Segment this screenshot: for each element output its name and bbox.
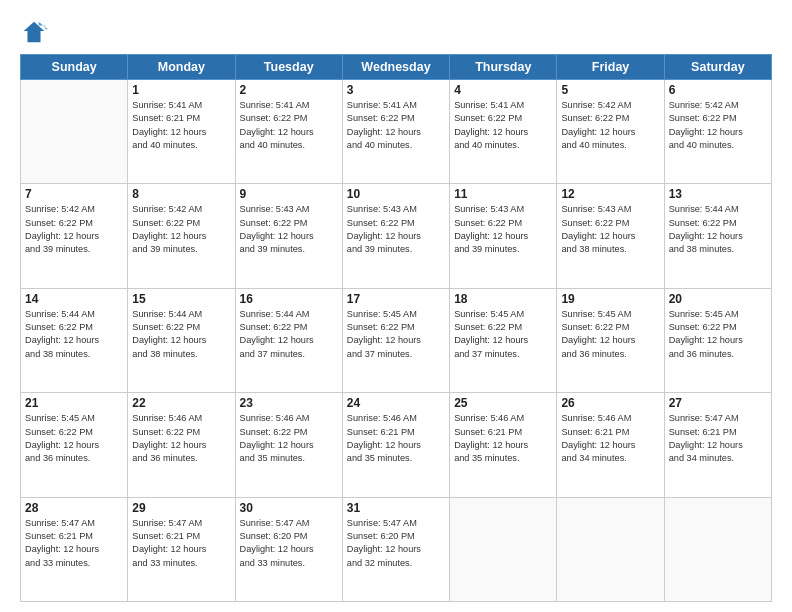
calendar-cell: 23Sunrise: 5:46 AM Sunset: 6:22 PM Dayli… — [235, 393, 342, 497]
calendar-cell: 22Sunrise: 5:46 AM Sunset: 6:22 PM Dayli… — [128, 393, 235, 497]
day-number: 20 — [669, 292, 767, 306]
day-info: Sunrise: 5:42 AM Sunset: 6:22 PM Dayligh… — [25, 203, 123, 256]
day-info: Sunrise: 5:47 AM Sunset: 6:20 PM Dayligh… — [347, 517, 445, 570]
day-info: Sunrise: 5:43 AM Sunset: 6:22 PM Dayligh… — [454, 203, 552, 256]
day-info: Sunrise: 5:44 AM Sunset: 6:22 PM Dayligh… — [25, 308, 123, 361]
day-number: 14 — [25, 292, 123, 306]
calendar-cell: 25Sunrise: 5:46 AM Sunset: 6:21 PM Dayli… — [450, 393, 557, 497]
weekday-header-thursday: Thursday — [450, 55, 557, 80]
day-info: Sunrise: 5:46 AM Sunset: 6:22 PM Dayligh… — [132, 412, 230, 465]
day-info: Sunrise: 5:46 AM Sunset: 6:21 PM Dayligh… — [561, 412, 659, 465]
day-number: 10 — [347, 187, 445, 201]
day-number: 27 — [669, 396, 767, 410]
calendar-cell: 18Sunrise: 5:45 AM Sunset: 6:22 PM Dayli… — [450, 288, 557, 392]
day-number: 4 — [454, 83, 552, 97]
day-number: 26 — [561, 396, 659, 410]
day-info: Sunrise: 5:44 AM Sunset: 6:22 PM Dayligh… — [240, 308, 338, 361]
calendar-cell: 1Sunrise: 5:41 AM Sunset: 6:21 PM Daylig… — [128, 80, 235, 184]
day-number: 19 — [561, 292, 659, 306]
week-row-2: 14Sunrise: 5:44 AM Sunset: 6:22 PM Dayli… — [21, 288, 772, 392]
day-info: Sunrise: 5:41 AM Sunset: 6:22 PM Dayligh… — [347, 99, 445, 152]
calendar-cell: 12Sunrise: 5:43 AM Sunset: 6:22 PM Dayli… — [557, 184, 664, 288]
day-info: Sunrise: 5:46 AM Sunset: 6:21 PM Dayligh… — [347, 412, 445, 465]
day-info: Sunrise: 5:45 AM Sunset: 6:22 PM Dayligh… — [25, 412, 123, 465]
day-number: 2 — [240, 83, 338, 97]
calendar-cell — [664, 497, 771, 601]
day-number: 9 — [240, 187, 338, 201]
day-number: 28 — [25, 501, 123, 515]
calendar-cell: 10Sunrise: 5:43 AM Sunset: 6:22 PM Dayli… — [342, 184, 449, 288]
day-info: Sunrise: 5:45 AM Sunset: 6:22 PM Dayligh… — [561, 308, 659, 361]
calendar-cell: 19Sunrise: 5:45 AM Sunset: 6:22 PM Dayli… — [557, 288, 664, 392]
calendar-cell: 14Sunrise: 5:44 AM Sunset: 6:22 PM Dayli… — [21, 288, 128, 392]
day-info: Sunrise: 5:42 AM Sunset: 6:22 PM Dayligh… — [132, 203, 230, 256]
week-row-3: 21Sunrise: 5:45 AM Sunset: 6:22 PM Dayli… — [21, 393, 772, 497]
day-number: 18 — [454, 292, 552, 306]
calendar-cell: 9Sunrise: 5:43 AM Sunset: 6:22 PM Daylig… — [235, 184, 342, 288]
day-number: 12 — [561, 187, 659, 201]
day-number: 25 — [454, 396, 552, 410]
day-info: Sunrise: 5:43 AM Sunset: 6:22 PM Dayligh… — [240, 203, 338, 256]
week-row-4: 28Sunrise: 5:47 AM Sunset: 6:21 PM Dayli… — [21, 497, 772, 601]
day-info: Sunrise: 5:43 AM Sunset: 6:22 PM Dayligh… — [347, 203, 445, 256]
day-number: 29 — [132, 501, 230, 515]
calendar-cell: 6Sunrise: 5:42 AM Sunset: 6:22 PM Daylig… — [664, 80, 771, 184]
calendar-cell: 20Sunrise: 5:45 AM Sunset: 6:22 PM Dayli… — [664, 288, 771, 392]
day-info: Sunrise: 5:42 AM Sunset: 6:22 PM Dayligh… — [669, 99, 767, 152]
calendar-cell: 26Sunrise: 5:46 AM Sunset: 6:21 PM Dayli… — [557, 393, 664, 497]
calendar-cell: 30Sunrise: 5:47 AM Sunset: 6:20 PM Dayli… — [235, 497, 342, 601]
calendar-cell: 3Sunrise: 5:41 AM Sunset: 6:22 PM Daylig… — [342, 80, 449, 184]
weekday-header-friday: Friday — [557, 55, 664, 80]
day-number: 22 — [132, 396, 230, 410]
day-number: 1 — [132, 83, 230, 97]
day-number: 24 — [347, 396, 445, 410]
calendar-cell: 29Sunrise: 5:47 AM Sunset: 6:21 PM Dayli… — [128, 497, 235, 601]
calendar-cell: 17Sunrise: 5:45 AM Sunset: 6:22 PM Dayli… — [342, 288, 449, 392]
day-info: Sunrise: 5:41 AM Sunset: 6:22 PM Dayligh… — [240, 99, 338, 152]
day-info: Sunrise: 5:42 AM Sunset: 6:22 PM Dayligh… — [561, 99, 659, 152]
calendar-table: SundayMondayTuesdayWednesdayThursdayFrid… — [20, 54, 772, 602]
calendar-cell: 27Sunrise: 5:47 AM Sunset: 6:21 PM Dayli… — [664, 393, 771, 497]
calendar-cell: 5Sunrise: 5:42 AM Sunset: 6:22 PM Daylig… — [557, 80, 664, 184]
day-info: Sunrise: 5:43 AM Sunset: 6:22 PM Dayligh… — [561, 203, 659, 256]
header — [20, 18, 772, 46]
calendar-cell: 7Sunrise: 5:42 AM Sunset: 6:22 PM Daylig… — [21, 184, 128, 288]
calendar-cell: 21Sunrise: 5:45 AM Sunset: 6:22 PM Dayli… — [21, 393, 128, 497]
calendar-cell — [557, 497, 664, 601]
day-info: Sunrise: 5:47 AM Sunset: 6:21 PM Dayligh… — [132, 517, 230, 570]
calendar-cell: 13Sunrise: 5:44 AM Sunset: 6:22 PM Dayli… — [664, 184, 771, 288]
calendar-cell — [21, 80, 128, 184]
day-info: Sunrise: 5:44 AM Sunset: 6:22 PM Dayligh… — [669, 203, 767, 256]
day-number: 13 — [669, 187, 767, 201]
weekday-header-wednesday: Wednesday — [342, 55, 449, 80]
page: SundayMondayTuesdayWednesdayThursdayFrid… — [0, 0, 792, 612]
day-info: Sunrise: 5:41 AM Sunset: 6:21 PM Dayligh… — [132, 99, 230, 152]
day-info: Sunrise: 5:47 AM Sunset: 6:21 PM Dayligh… — [669, 412, 767, 465]
day-info: Sunrise: 5:46 AM Sunset: 6:21 PM Dayligh… — [454, 412, 552, 465]
day-info: Sunrise: 5:44 AM Sunset: 6:22 PM Dayligh… — [132, 308, 230, 361]
day-number: 6 — [669, 83, 767, 97]
day-number: 8 — [132, 187, 230, 201]
calendar-cell: 8Sunrise: 5:42 AM Sunset: 6:22 PM Daylig… — [128, 184, 235, 288]
logo — [20, 18, 52, 46]
calendar-cell: 28Sunrise: 5:47 AM Sunset: 6:21 PM Dayli… — [21, 497, 128, 601]
day-number: 11 — [454, 187, 552, 201]
day-info: Sunrise: 5:46 AM Sunset: 6:22 PM Dayligh… — [240, 412, 338, 465]
day-number: 21 — [25, 396, 123, 410]
day-number: 5 — [561, 83, 659, 97]
day-info: Sunrise: 5:47 AM Sunset: 6:20 PM Dayligh… — [240, 517, 338, 570]
weekday-header-tuesday: Tuesday — [235, 55, 342, 80]
day-info: Sunrise: 5:45 AM Sunset: 6:22 PM Dayligh… — [347, 308, 445, 361]
day-number: 31 — [347, 501, 445, 515]
calendar-cell — [450, 497, 557, 601]
calendar-cell: 4Sunrise: 5:41 AM Sunset: 6:22 PM Daylig… — [450, 80, 557, 184]
calendar-cell: 16Sunrise: 5:44 AM Sunset: 6:22 PM Dayli… — [235, 288, 342, 392]
weekday-header-row: SundayMondayTuesdayWednesdayThursdayFrid… — [21, 55, 772, 80]
calendar-cell: 31Sunrise: 5:47 AM Sunset: 6:20 PM Dayli… — [342, 497, 449, 601]
day-info: Sunrise: 5:41 AM Sunset: 6:22 PM Dayligh… — [454, 99, 552, 152]
day-number: 30 — [240, 501, 338, 515]
weekday-header-monday: Monday — [128, 55, 235, 80]
calendar-cell: 2Sunrise: 5:41 AM Sunset: 6:22 PM Daylig… — [235, 80, 342, 184]
day-info: Sunrise: 5:45 AM Sunset: 6:22 PM Dayligh… — [454, 308, 552, 361]
day-number: 7 — [25, 187, 123, 201]
